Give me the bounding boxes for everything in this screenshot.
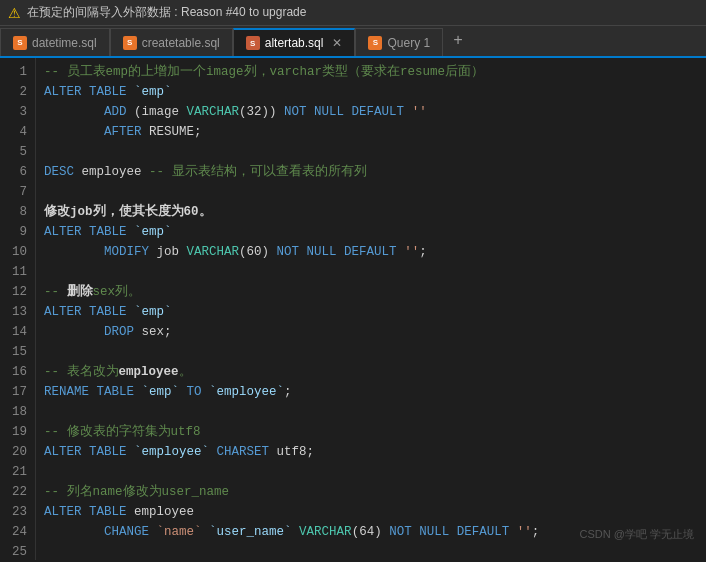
tab-label-altertab: altertab.sql xyxy=(265,36,324,50)
editor-wrapper: -- 员工表emp的上增加一个image列，varchar类型（要求在resum… xyxy=(36,58,706,560)
tab-datetime[interactable]: S datetime.sql xyxy=(0,28,110,56)
tab-icon-altertab: S xyxy=(246,36,260,50)
tab-query1[interactable]: S Query 1 xyxy=(355,28,443,56)
title-text: 在预定的间隔导入外部数据 : Reason #40 to upgrade xyxy=(27,4,306,21)
tab-label-createtable: createtable.sql xyxy=(142,36,220,50)
tab-icon-query1: S xyxy=(368,36,382,50)
tab-icon-datetime: S xyxy=(13,36,27,50)
tab-createtable[interactable]: S createtable.sql xyxy=(110,28,233,56)
tab-bar: S datetime.sql S createtable.sql S alter… xyxy=(0,26,706,58)
tab-altertab[interactable]: S altertab.sql ✕ xyxy=(233,28,356,56)
code-content[interactable]: -- 员工表emp的上增加一个image列，varchar类型（要求在resum… xyxy=(36,58,706,560)
tab-icon-createtable: S xyxy=(123,36,137,50)
tab-label-query1: Query 1 xyxy=(387,36,430,50)
watermark: CSDN @学吧 学无止境 xyxy=(580,527,694,542)
title-bar: ⚠ 在预定的间隔导入外部数据 : Reason #40 to upgrade xyxy=(0,0,706,26)
line-numbers: 12345 678910 1112131415 1617181920 21222… xyxy=(0,58,36,560)
tab-label-datetime: datetime.sql xyxy=(32,36,97,50)
warning-icon: ⚠ xyxy=(8,5,21,21)
tab-close-altertab[interactable]: ✕ xyxy=(332,36,342,50)
editor: 12345 678910 1112131415 1617181920 21222… xyxy=(0,58,706,560)
add-tab-button[interactable]: + xyxy=(443,27,473,55)
